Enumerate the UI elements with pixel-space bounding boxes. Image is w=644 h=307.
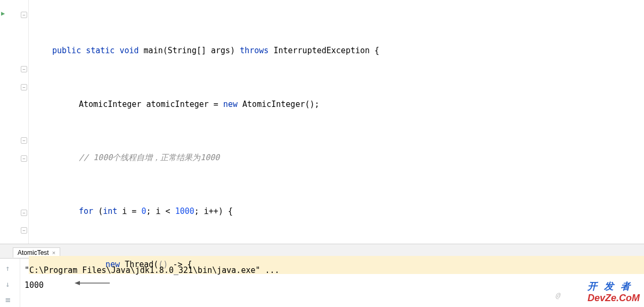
console-gutter: ↑ ↓ ≡ [0,259,20,307]
code-line: public static void main(String[] args) t… [29,42,644,60]
fold-marker-icon[interactable]: − [21,66,27,72]
console-output[interactable]: "C:\Program Files\Java\jdk1.8.0_321\bin\… [20,259,644,307]
up-arrow-icon[interactable]: ↑ [5,264,10,272]
code-line: // 1000个线程自增，正常结果为1000 [29,149,644,167]
fold-marker-icon[interactable]: − [21,210,27,216]
fold-marker-icon[interactable]: − [21,84,27,90]
fold-marker-icon[interactable]: − [21,12,27,18]
watermark-at: @ [556,291,560,300]
fold-marker-icon[interactable]: − [21,137,27,144]
run-gutter-icon[interactable]: ▶ [1,10,5,17]
annotation-arrow-icon [74,279,111,287]
code-line: AtomicInteger atomicInteger = new Atomic… [29,96,644,114]
svg-marker-1 [75,281,80,285]
console-line: "C:\Program Files\Java\jdk1.8.0_321\bin\… [25,263,640,278]
editor-gutter: ▶ − − − − − − − [0,0,29,244]
fold-marker-icon[interactable]: − [21,227,27,234]
watermark-text: 开 发 者 [588,280,640,293]
watermark-text: DevZe.CoM [588,293,640,303]
console-line: 1000 [25,278,640,293]
fold-marker-icon[interactable]: − [21,155,27,162]
console-panel: ↑ ↓ ≡ "C:\Program Files\Java\jdk1.8.0_32… [0,259,644,307]
down-arrow-icon[interactable]: ↓ [5,280,10,288]
watermark: 开 发 者 DevZe.CoM [588,280,640,304]
code-content[interactable]: public static void main(String[] args) t… [29,0,644,244]
code-line: for (int i = 0; i < 1000; i++) { [29,203,644,221]
wrap-icon[interactable]: ≡ [5,295,11,305]
code-editor[interactable]: ▶ − − − − − − − public static void main(… [0,0,644,244]
